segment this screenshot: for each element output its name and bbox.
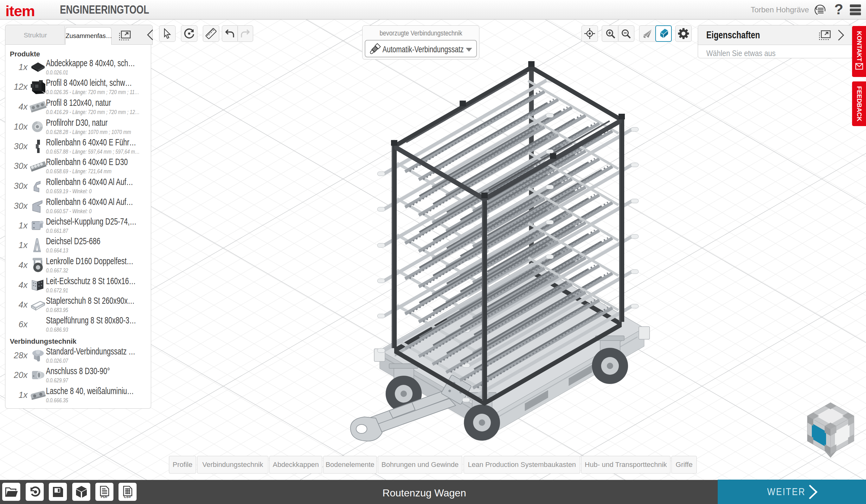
svg-text:PDF: PDF — [101, 495, 108, 498]
svg-text:CSV: CSV — [124, 495, 131, 498]
